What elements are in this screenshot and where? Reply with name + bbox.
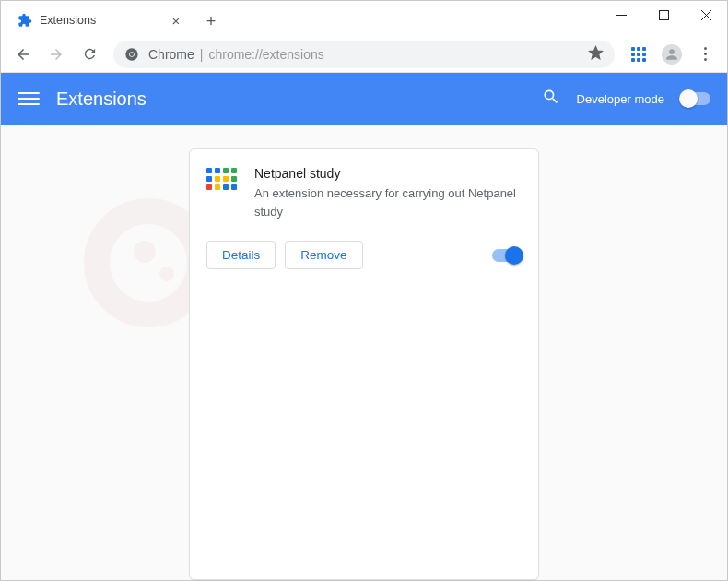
back-button[interactable] xyxy=(8,40,38,69)
apps-icon[interactable] xyxy=(624,40,653,69)
extension-card: Netpanel study An extension necessary fo… xyxy=(189,148,539,580)
developer-mode-label: Developer mode xyxy=(577,92,664,106)
address-bar[interactable]: Chrome | chrome://extensions xyxy=(113,41,615,68)
new-tab-button[interactable]: + xyxy=(198,8,224,34)
details-button[interactable]: Details xyxy=(206,241,276,269)
extension-toggle[interactable] xyxy=(492,249,522,262)
maximize-button[interactable] xyxy=(642,1,685,29)
extension-icon xyxy=(206,168,240,201)
svg-rect-1 xyxy=(659,10,668,19)
browser-tab[interactable]: Extensions × xyxy=(8,5,193,36)
puzzle-icon xyxy=(18,13,32,28)
profile-avatar[interactable] xyxy=(657,40,687,69)
browser-toolbar: Chrome | chrome://extensions xyxy=(1,36,727,73)
menu-icon[interactable] xyxy=(18,88,40,110)
window-controls xyxy=(600,1,727,29)
window-titlebar: Extensions × + xyxy=(1,1,727,36)
content-area: PCrisk.com Netpanel study An extension n… xyxy=(1,125,727,580)
minimize-button[interactable] xyxy=(600,1,642,29)
remove-button[interactable]: Remove xyxy=(285,241,362,269)
chrome-icon xyxy=(124,47,139,62)
tab-close-icon[interactable]: × xyxy=(169,13,183,28)
tab-title: Extensions xyxy=(40,14,169,27)
reload-button[interactable] xyxy=(75,40,104,69)
bookmark-star-icon[interactable] xyxy=(588,45,604,64)
address-domain: Chrome xyxy=(148,47,194,62)
extension-description: An extension necessary for carrying out … xyxy=(254,184,522,220)
close-button[interactable] xyxy=(685,1,727,29)
svg-point-6 xyxy=(130,52,134,55)
extension-name: Netpanel study xyxy=(254,166,522,181)
search-icon[interactable] xyxy=(542,88,560,110)
page-title: Extensions xyxy=(56,89,147,110)
extensions-header: Extensions Developer mode xyxy=(1,73,727,125)
developer-mode-toggle[interactable] xyxy=(681,92,710,105)
forward-button[interactable] xyxy=(41,40,71,69)
browser-menu-button[interactable] xyxy=(690,40,720,69)
address-separator: | xyxy=(200,47,204,62)
address-path: chrome://extensions xyxy=(208,47,323,62)
